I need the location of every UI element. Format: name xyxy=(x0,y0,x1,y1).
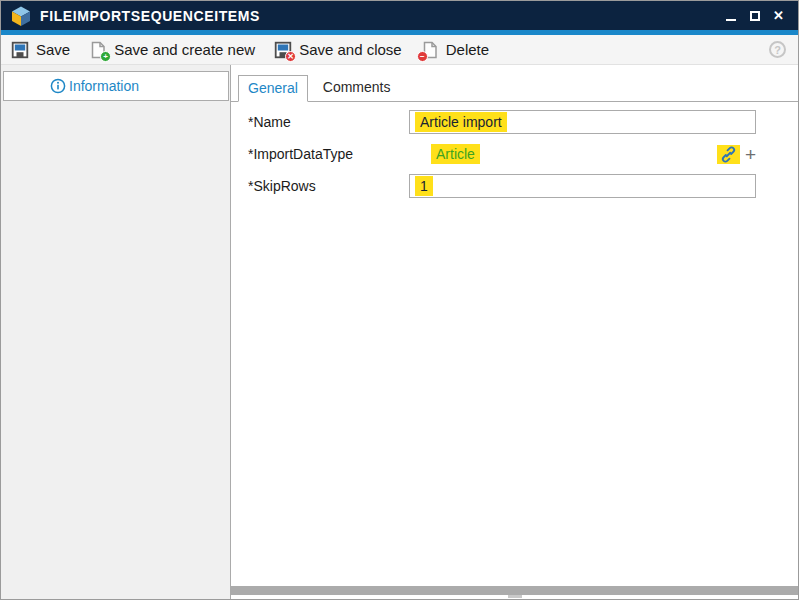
save-icon xyxy=(10,40,30,60)
toolbar: Save + Save and create new ✕ Sa xyxy=(1,35,798,65)
maximize-button[interactable] xyxy=(747,8,762,23)
lookup-icons: + xyxy=(717,145,756,164)
field-row-name: *Name Article import xyxy=(248,110,756,134)
plus-badge-icon: + xyxy=(100,51,111,62)
importdatatype-lookup: Article + xyxy=(409,144,756,164)
maximize-icon xyxy=(750,11,760,21)
name-field-label: *Name xyxy=(248,114,409,130)
content-area: Information General Comments *Name Artic… xyxy=(1,65,798,599)
minimize-button[interactable] xyxy=(723,8,738,23)
save-and-close-label: Save and close xyxy=(299,41,402,58)
save-close-icon: ✕ xyxy=(273,40,293,60)
window-controls: ✕ xyxy=(723,8,786,23)
help-icon[interactable]: ? xyxy=(769,41,786,58)
sidebar-item-label: Information xyxy=(69,78,139,94)
importdatatype-link[interactable]: Article xyxy=(431,144,480,164)
sidebar: Information xyxy=(1,65,231,599)
name-input-value: Article import xyxy=(415,112,507,132)
delete-icon: − xyxy=(420,40,440,60)
tab-bar: General Comments xyxy=(231,65,798,101)
skiprows-input[interactable]: 1 xyxy=(409,174,756,198)
titlebar: FILEIMPORTSEQUENCEITEMS ✕ xyxy=(1,1,798,30)
window-title: FILEIMPORTSEQUENCEITEMS xyxy=(40,8,260,24)
importdatatype-field-label: *ImportDataType xyxy=(248,146,409,162)
close-icon: ✕ xyxy=(773,8,784,23)
sidebar-item-information[interactable]: Information xyxy=(3,71,229,101)
delete-button-label: Delete xyxy=(446,41,489,58)
app-cube-icon xyxy=(9,4,33,28)
app-window: FILEIMPORTSEQUENCEITEMS ✕ Save xyxy=(0,0,799,600)
minimize-icon xyxy=(726,19,736,21)
tab-content-general: *Name Article import *ImportDataType Art… xyxy=(231,101,798,586)
save-and-create-new-button[interactable]: + Save and create new xyxy=(79,35,264,64)
name-input[interactable]: Article import xyxy=(409,110,756,134)
tab-comments[interactable]: Comments xyxy=(308,75,406,101)
main-panel: General Comments *Name Article import *I… xyxy=(231,65,798,599)
add-icon[interactable]: + xyxy=(745,145,756,164)
delete-button[interactable]: − Delete xyxy=(411,35,498,64)
resize-grip[interactable] xyxy=(231,595,798,599)
skiprows-field-label: *SkipRows xyxy=(248,178,409,194)
close-button[interactable]: ✕ xyxy=(771,8,786,23)
close-badge-icon: ✕ xyxy=(285,51,296,62)
link-icon[interactable] xyxy=(717,145,740,164)
save-create-new-icon: + xyxy=(88,40,108,60)
field-row-importdatatype: *ImportDataType Article + xyxy=(248,142,756,166)
save-button-label: Save xyxy=(36,41,70,58)
minus-badge-icon: − xyxy=(417,51,428,62)
field-row-skiprows: *SkipRows 1 xyxy=(248,174,756,198)
tab-general[interactable]: General xyxy=(238,75,308,102)
skiprows-input-value: 1 xyxy=(415,176,433,196)
save-and-close-button[interactable]: ✕ Save and close xyxy=(264,35,411,64)
bottom-border-strip xyxy=(231,586,798,595)
save-and-create-new-label: Save and create new xyxy=(114,41,255,58)
info-icon xyxy=(50,78,66,94)
save-button[interactable]: Save xyxy=(1,35,79,64)
